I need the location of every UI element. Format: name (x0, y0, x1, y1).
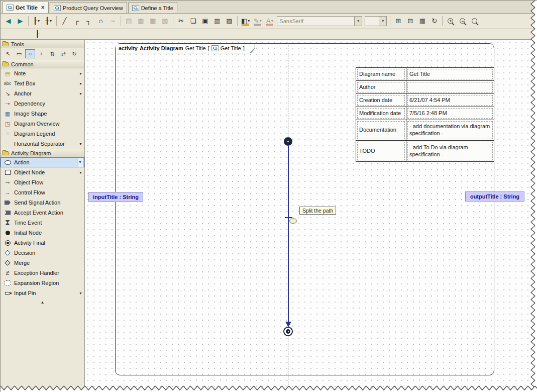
select-in-containment-tree-button[interactable]: ┠ (32, 28, 43, 40)
dropdown-caret-icon[interactable]: ▾ (77, 157, 83, 167)
palette-item-object-node[interactable]: Object Node ▾ (1, 167, 84, 177)
dropdown-caret-icon[interactable]: ▾ (78, 91, 83, 96)
toolbar-separator (442, 16, 443, 26)
palette-item-object-flow[interactable]: ⇾ Object Flow (1, 177, 84, 187)
palette-item-action[interactable]: Action ▾ (1, 157, 84, 167)
marquee-tool[interactable]: ▭ (14, 49, 24, 58)
palette-item-time-event[interactable]: Time Event (1, 218, 84, 228)
palette-item-diagram-overview[interactable]: ◳ Diagram Overview (1, 119, 84, 129)
folder-icon (3, 151, 9, 155)
cut-button[interactable]: ✂ (175, 15, 187, 27)
clone-button[interactable]: ▨ (224, 15, 235, 27)
palette-item-dependency[interactable]: ⇢ Dependency (1, 99, 84, 109)
close-icon[interactable]: × (41, 5, 45, 11)
dropdown-caret-icon[interactable]: ▾ (271, 19, 273, 23)
font-name-combo[interactable]: SansSerif ▾ (277, 16, 362, 26)
dropdown-caret-icon[interactable]: ▾ (379, 17, 386, 26)
paste-button[interactable]: ▣ (199, 15, 211, 27)
frame-bracket-open: [ (208, 45, 209, 51)
info-table-value-cell: 6/21/07 4:54 PM (406, 94, 494, 107)
dropdown-caret-icon[interactable]: ▾ (50, 19, 52, 23)
palette-section-tools[interactable]: Tools (1, 40, 84, 48)
layout-hierarchy-button[interactable]: ┠ ▾ (31, 15, 42, 27)
info-table-row-author: Author (356, 81, 494, 94)
palette-scroll-up[interactable]: ▴ (1, 298, 84, 306)
control-flow[interactable] (288, 146, 289, 323)
line-color-button[interactable]: ✎ ▾ (252, 15, 263, 27)
rectilinear-path-button[interactable]: ┌ (71, 15, 82, 27)
button-icon: ▶ (18, 18, 23, 24)
dropdown-caret-icon[interactable]: ▾ (38, 19, 40, 23)
palette-item-note[interactable]: ▤ Note ▾ (1, 68, 84, 78)
tool-icon: ○ (29, 51, 32, 57)
palette-item-accept-event-action[interactable]: Accept Event Action (1, 208, 84, 218)
dropdown-caret-icon[interactable]: ▾ (78, 71, 83, 76)
palette-item-anchor[interactable]: ↘ Anchor ▾ (1, 88, 84, 99)
oblique-path-button[interactable]: ╱ (59, 15, 70, 27)
activity-frame-header[interactable]: activity Activity Diagram Get Title [ Ge… (116, 44, 255, 53)
make-same-width-button[interactable]: ▦ (147, 15, 159, 27)
palette-item-activity-final[interactable]: Activity Final (1, 238, 84, 248)
back-button[interactable]: ◀ (3, 15, 14, 27)
make-same-height-button[interactable]: ▧ (159, 15, 171, 27)
dropdown-caret-icon[interactable]: ▾ (248, 19, 250, 23)
dropdown-caret-icon[interactable]: ▾ (354, 17, 362, 26)
insert-table-button[interactable]: ⊞ (392, 15, 404, 27)
input-parameter-node[interactable]: inputTitle : String (88, 192, 143, 202)
distribute-vertically-button[interactable]: ▥ (135, 15, 147, 27)
tab-define-a-title[interactable]: Define a Title (128, 2, 177, 13)
palette-item-merge[interactable]: Merge (1, 258, 84, 268)
dropdown-caret-icon[interactable]: ▾ (78, 170, 83, 175)
palette-item-control-flow[interactable]: → Control Flow (1, 187, 84, 198)
copy-button[interactable]: ❏ (187, 15, 199, 27)
zoom-out-button[interactable]: − (457, 15, 468, 27)
palette-item-input-pin[interactable]: Input Pin ▾ (1, 288, 84, 298)
action-drop-preview (289, 218, 297, 224)
palette-item-image-shape[interactable]: ▦ Image Shape (1, 109, 84, 119)
palette-item-decision[interactable]: Decision (1, 248, 84, 258)
dropdown-caret-icon[interactable]: ▾ (78, 291, 83, 296)
initial-node[interactable] (284, 137, 292, 146)
palette-item-horizontal-separator[interactable]: ---- Horizontal Separator ▾ (1, 139, 84, 149)
add-tool[interactable]: + (36, 49, 46, 58)
palette-item-text-box[interactable]: abc Text Box ▾ (1, 78, 84, 88)
palette-item-icon (4, 280, 12, 285)
palette-item-send-signal-action[interactable]: Send Signal Action (1, 198, 84, 208)
fit-in-window-button[interactable] (469, 15, 480, 27)
font-color-button[interactable]: A ▾ (264, 15, 275, 27)
palette-section-activity-diagram[interactable]: Activity Diagram (1, 149, 84, 157)
distribute-horizontally-button[interactable]: ▤ (123, 15, 135, 27)
bezier-path-button[interactable]: ∩ (95, 15, 106, 27)
spline-path-button[interactable]: ∼ (107, 15, 119, 27)
refresh-button[interactable]: ↻ (428, 15, 440, 27)
distribute-tool[interactable]: ⇅ (47, 49, 57, 58)
sticky-tool[interactable]: ○ (25, 49, 35, 58)
palette-item-icon (4, 251, 12, 255)
dropdown-caret-icon[interactable]: ▾ (78, 81, 83, 86)
palette-item-expansion-region[interactable]: Expansion Region (1, 278, 84, 288)
dropdown-caret-icon[interactable]: ▾ (260, 19, 262, 23)
insert-row-button[interactable]: ⊟ (404, 15, 416, 27)
palette-item-initial-node[interactable]: Initial Node (1, 228, 84, 238)
route-paths-button[interactable]: ╂ ▾ (43, 15, 54, 27)
output-parameter-node[interactable]: outputTitle : String (465, 191, 524, 202)
paste-with-style-button[interactable]: ▥ (211, 15, 223, 27)
transform-tool[interactable]: ↻ (69, 49, 79, 58)
diagram-canvas[interactable]: activity Activity Diagram Get Title [ Ge… (85, 40, 537, 392)
select-tool[interactable]: ↖ (3, 49, 13, 58)
zoom-in-button[interactable]: + (445, 15, 456, 27)
palette-item-exception-handler[interactable]: Ƶ Exception Handler (1, 268, 84, 278)
diagram-properties-button[interactable]: ▦ (416, 15, 428, 27)
tab-product-query-overview[interactable]: Product Query Overview (50, 2, 127, 13)
palette-item-diagram-legend[interactable]: ≡ Diagram Legend (1, 129, 84, 139)
forward-button[interactable]: ▶ (15, 15, 26, 27)
tab-get-title[interactable]: Get Title × (3, 1, 49, 13)
palette-section-common[interactable]: Common (1, 60, 84, 68)
dropdown-caret-icon[interactable]: ▾ (78, 142, 83, 146)
fill-color-button[interactable]: ◧ ▾ (240, 15, 251, 27)
order-tool[interactable]: ⇄ (58, 49, 68, 58)
diagram-info-table[interactable]: Diagram name Get Title Author Creation d… (356, 67, 494, 162)
activity-final-node[interactable] (283, 327, 293, 336)
rounded-path-button[interactable]: ┐ (83, 15, 94, 27)
font-size-combo[interactable]: ▾ (365, 16, 387, 26)
